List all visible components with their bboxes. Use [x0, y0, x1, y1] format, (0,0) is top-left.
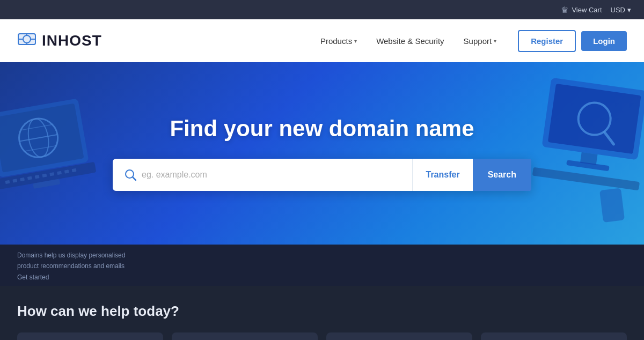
cart-label: View Cart	[572, 6, 602, 14]
transfer-button[interactable]: Transfer	[412, 159, 472, 191]
search-bar: Transfer Search	[113, 159, 531, 191]
hero-laptop-left-decoration	[0, 73, 102, 223]
currency-chevron-icon: ▾	[627, 6, 631, 14]
search-icon	[119, 169, 142, 181]
hero-title: Find your new domain name	[170, 116, 474, 142]
register-button[interactable]: Register	[518, 30, 576, 52]
hero-laptop-right-decoration	[526, 73, 644, 223]
currency-selector[interactable]: USD ▾	[611, 6, 631, 14]
svg-rect-27	[548, 84, 641, 154]
crown-icon: ♛	[561, 5, 568, 15]
nav-products-label: Products	[320, 36, 352, 46]
nav-support-label: Support	[464, 36, 492, 46]
search-button[interactable]: Search	[473, 159, 531, 191]
nav-item-support[interactable]: Support ▾	[455, 31, 506, 51]
svg-line-35	[133, 178, 136, 181]
navbar: INHOST Products ▾ Website & Security Sup…	[0, 19, 644, 62]
nav-website-security-label: Website & Security	[376, 36, 444, 46]
products-chevron-icon: ▾	[354, 38, 357, 44]
hero-section: Find your new domain name Transfer Searc…	[0, 62, 644, 245]
currency-label: USD	[611, 6, 625, 14]
overlay-line1: Domains help us display personalised	[17, 250, 627, 261]
help-card-3[interactable]	[326, 332, 472, 340]
support-chevron-icon: ▾	[494, 38, 496, 44]
view-cart-button[interactable]: ♛ View Cart	[561, 5, 602, 15]
svg-rect-32	[532, 167, 640, 191]
login-button[interactable]: Login	[581, 31, 627, 51]
svg-rect-33	[599, 188, 625, 222]
overlay-line3: Get started	[17, 272, 627, 283]
logo[interactable]: INHOST	[17, 29, 312, 53]
logo-text: INHOST	[42, 32, 102, 49]
help-card-1[interactable]	[17, 332, 163, 340]
nav-item-products[interactable]: Products ▾	[312, 31, 365, 51]
help-cards	[17, 332, 627, 340]
topbar: ♛ View Cart USD ▾	[0, 0, 644, 19]
nav-links: Products ▾ Website & Security Support ▾	[312, 31, 505, 51]
help-section-title: How can we help today?	[17, 303, 627, 320]
help-section: How can we help today?	[0, 286, 644, 340]
hero-bottom-overlay: Domains help us display personalised pro…	[0, 245, 644, 286]
help-card-2[interactable]	[172, 332, 318, 340]
help-card-4[interactable]	[481, 332, 627, 340]
nav-item-website-security[interactable]: Website & Security	[368, 31, 452, 51]
logo-icon	[17, 29, 36, 53]
domain-search-input[interactable]	[142, 170, 412, 180]
overlay-line2: product recommendations and emails	[17, 261, 627, 271]
